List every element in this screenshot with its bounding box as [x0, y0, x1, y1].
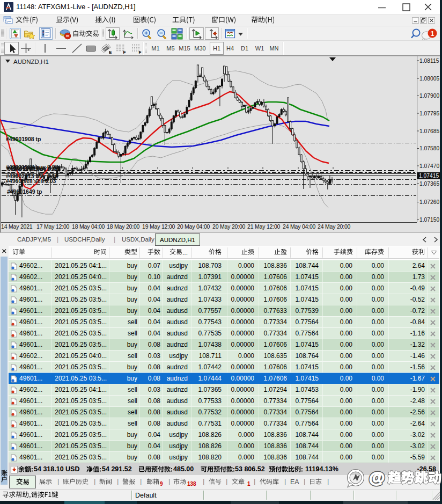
svg-text:F: F: [123, 50, 126, 55]
svg-text:#49601908 tp: #49601908 tp: [6, 136, 41, 142]
svg-text:AUDNZD,H1: AUDNZD,H1: [13, 59, 49, 65]
svg-text:14 May 2021: 14 May 2021: [1, 223, 33, 230]
svg-text:20 May 20:00: 20 May 20:00: [212, 223, 246, 230]
svg-text:18 May 20:00: 18 May 20:00: [107, 223, 140, 230]
svg-text:F: F: [139, 50, 142, 55]
svg-text:24 May 04:00: 24 May 04:00: [283, 223, 316, 230]
svg-text:E: E: [109, 50, 112, 55]
svg-text:#4960 sell sell 0.03: #4960 sell sell 0.03: [6, 178, 56, 184]
svg-text:24 May 20:00: 24 May 20:00: [318, 223, 351, 230]
svg-text:#49601990 buy 0.08: #49601990 buy 0.08: [6, 166, 59, 172]
svg-text:18 May 04:00: 18 May 04:00: [72, 223, 105, 230]
svg-text:1.08115: 1.08115: [419, 58, 439, 64]
svg-text:1.07470: 1.07470: [419, 163, 439, 169]
svg-text:#49601649 tp: #49601649 tp: [7, 188, 42, 195]
svg-text:20 May 04:00: 20 May 04:00: [177, 223, 210, 230]
svg-text:21 May 12:00: 21 May 12:00: [247, 223, 281, 230]
svg-text:19 May 12:00: 19 May 12:00: [142, 223, 175, 230]
svg-text:1.07260: 1.07260: [419, 199, 439, 205]
svg-text:1.07415: 1.07415: [419, 173, 439, 179]
svg-text:17 May 12:00: 17 May 12:00: [36, 223, 70, 230]
svg-text:1.07580: 1.07580: [419, 145, 439, 151]
svg-text:1.07365: 1.07365: [419, 181, 439, 187]
svg-text:1.07150: 1.07150: [419, 217, 439, 223]
svg-text:1.07685: 1.07685: [419, 128, 439, 134]
svg-text:@: @: [369, 469, 385, 486]
svg-text:1.07900: 1.07900: [419, 93, 439, 99]
svg-text:1: 1: [431, 30, 434, 38]
svg-text:1.07795: 1.07795: [419, 111, 439, 116]
svg-text:1.08005: 1.08005: [419, 76, 439, 82]
